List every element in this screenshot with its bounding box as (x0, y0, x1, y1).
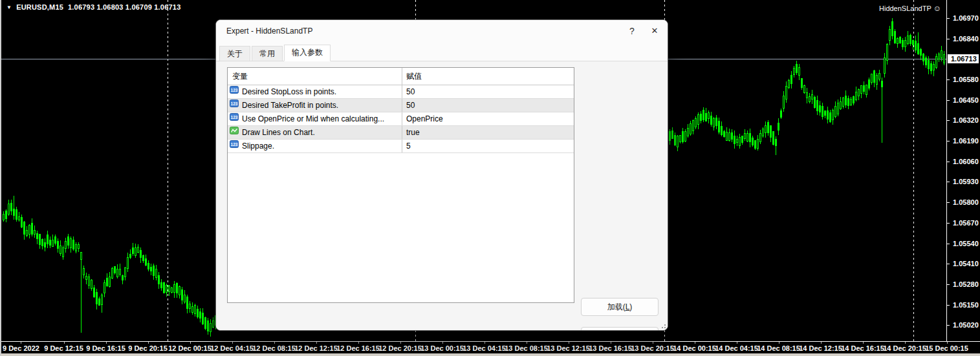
bull-candle-body (807, 92, 808, 98)
time-tick (527, 342, 527, 344)
tab-1[interactable]: 常用 (252, 46, 283, 61)
bear-candle-body (925, 58, 927, 65)
param-row-2[interactable]: 123Use OpenPrice or Mid when calculating… (228, 112, 574, 126)
bear-candle-body (57, 241, 59, 249)
load-button[interactable]: 加载(L) (581, 298, 659, 316)
price-label: 1.06840 (953, 35, 979, 43)
bear-candle-body (718, 121, 720, 132)
param-value[interactable]: 50 (402, 85, 574, 98)
bull-candle-body (210, 324, 212, 332)
bull-candle-body (83, 269, 85, 275)
close-icon[interactable]: ✕ (642, 20, 668, 41)
bull-candle-body (169, 286, 170, 292)
param-value[interactable]: 5 (402, 140, 574, 152)
price-label: 1.06060 (953, 158, 979, 165)
bull-candle-body (65, 241, 67, 248)
price-tick (947, 223, 950, 224)
bear-candle-body (202, 313, 204, 324)
bear-candle-body (197, 309, 199, 317)
bear-candle-body (917, 43, 919, 55)
bull-candle-body (889, 30, 891, 41)
time-tick (358, 342, 359, 344)
bull-candle-body (812, 95, 813, 99)
bull-candle-body (933, 64, 935, 70)
bull-candle-body (192, 306, 193, 313)
bear-candle-body (868, 79, 870, 89)
tab-2[interactable]: 输入参数 (284, 45, 331, 61)
bear-candle-body (10, 203, 12, 211)
time-tick (611, 342, 611, 344)
param-name: 123Desired StopLoss in points. (228, 85, 402, 98)
bear-candle-body (780, 110, 782, 118)
help-button[interactable]: ? (619, 20, 645, 41)
tab-0[interactable]: 关于 (219, 46, 250, 61)
price-tick (947, 39, 950, 39)
smiley-icon: ☺ (933, 5, 941, 12)
bear-candle-body (199, 311, 201, 319)
time-label: 9 Dec 2022 (3, 344, 39, 352)
bear-candle-body (881, 81, 883, 87)
bull-candle-body (8, 204, 10, 214)
bear-candle-body (93, 288, 95, 297)
param-row-1[interactable]: 123Desired TakeProfit in points.50 (228, 99, 574, 112)
param-row-4[interactable]: 123Slippage.5 (228, 140, 574, 153)
bear-candle-body (749, 133, 751, 142)
time-label: 14 Dec 16:15 (841, 344, 884, 352)
parameters-table: 变量 赋值 123Desired StopLoss in points.5012… (227, 67, 574, 303)
save-button[interactable]: 保存(S) (581, 327, 659, 331)
bear-candle-body (96, 292, 98, 304)
param-value[interactable]: true (402, 126, 574, 139)
time-tick (569, 342, 569, 344)
dialog-titlebar[interactable]: Expert - HiddenSLandTP ? ✕ (216, 20, 668, 41)
price-label: 1.06320 (953, 116, 979, 124)
bear-candle-body (741, 136, 743, 143)
price-label: 1.05540 (953, 240, 979, 247)
param-value[interactable]: OpenPrice (402, 112, 574, 125)
bull-candle-body (737, 139, 738, 143)
bull-candle-body (884, 58, 886, 73)
time-tick (442, 342, 443, 344)
param-row-3[interactable]: Draw Lines on Chart.true (228, 126, 574, 140)
param-value[interactable]: 50 (402, 99, 574, 112)
inputs-tab-page: 变量 赋值 123Desired StopLoss in points.5012… (216, 61, 668, 331)
time-tick (400, 342, 401, 344)
bull-candle-body (156, 269, 157, 278)
bull-candle-body (843, 98, 844, 107)
bear-candle-body (114, 266, 116, 273)
dialog-title: Expert - HiddenSLandTP (226, 26, 312, 36)
bull-candle-body (688, 128, 689, 136)
bull-candle-body (104, 283, 105, 293)
ea-name-label: HiddenSLandTP (879, 5, 931, 12)
time-tick (821, 342, 822, 344)
bear-candle-body (700, 114, 702, 121)
bear-candle-body (772, 131, 774, 145)
bull-candle-body (763, 129, 764, 136)
bull-candle-body (835, 107, 836, 117)
bear-candle-body (176, 283, 178, 293)
price-tick (947, 162, 950, 162)
bull-candle-body (871, 74, 873, 83)
param-row-0[interactable]: 123Desired StopLoss in points.50 (228, 85, 574, 99)
symbol-ohlc-line: ▼ EURUSD,M15 1.06793 1.06803 1.06709 1.0… (6, 3, 180, 11)
price-tick (947, 120, 950, 121)
bear-candle-body (928, 60, 930, 69)
price-axis[interactable]: 1.069701.068401.065801.064501.063201.061… (946, 0, 980, 341)
bull-candle-body (726, 132, 728, 140)
window-bottom-edge (1, 353, 980, 356)
price-tick (947, 264, 950, 264)
bull-candle-body (698, 115, 699, 125)
ea-watermark: HiddenSLandTP ☺ (879, 5, 941, 12)
chevron-down-icon[interactable]: ▼ (6, 5, 12, 10)
time-tick (21, 342, 21, 344)
time-label: 14 Dec 20:15 (883, 344, 926, 352)
price-tick (947, 79, 950, 80)
bear-candle-body (186, 297, 188, 309)
time-label: 9 Dec 20:15 (128, 344, 168, 352)
price-tick (947, 325, 950, 326)
param-name: 123Use OpenPrice or Mid when calculating… (228, 112, 402, 125)
bull-candle-body (89, 277, 90, 286)
bear-candle-body (705, 113, 707, 121)
resize-grip[interactable] (659, 322, 666, 328)
price-tick (947, 305, 950, 306)
bull-candle-body (908, 36, 909, 44)
